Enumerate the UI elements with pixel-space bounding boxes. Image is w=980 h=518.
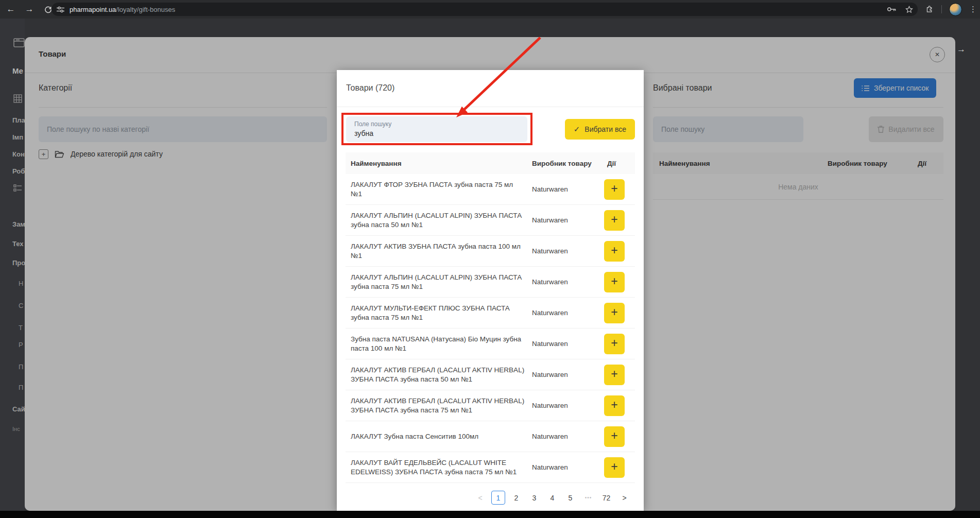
sidebar-item[interactable]: Тех [12,240,24,248]
browser-toolbar: ← → pharmapoint.ua/loyalty/gift-bonuses … [0,0,980,19]
col-maker: Виробник товару [532,160,604,167]
page-number[interactable]: 1 [491,491,505,505]
add-product-button[interactable]: + [604,241,625,262]
product-maker: Naturwaren [532,309,604,317]
add-product-button[interactable]: + [604,210,625,231]
sidebar-subitem[interactable]: П [19,363,23,371]
page-number[interactable]: 72 [599,491,613,505]
product-name: ЛАКАЛУТ АЛЬПИН (LACALUT ALPIN) ЗУБНА ПАС… [346,206,532,234]
page-bottom-strip [0,511,980,518]
sidebar-item[interactable]: Роб [12,167,25,175]
sidebar-item[interactable]: Сай [12,405,25,413]
product-name: ЛАКАЛУТ АКТИВ ЗУБНА ПАСТА зубна паста 10… [346,237,532,265]
product-name: ЛАКАЛУТ АЛЬПИН (LACALUT ALPIN) ЗУБНА ПАС… [346,268,532,296]
sidebar-subitem[interactable]: Н [19,280,23,287]
add-product-button[interactable]: + [604,334,625,354]
page-prev-icon[interactable]: < [473,491,487,505]
products-panel: Товари (720) Поле пошуку ✓ Вибрати все Н… [337,70,644,511]
product-name: Зубна паста NATUSANA (Натусана) Біо Муци… [346,330,532,358]
toolbar-separator [941,5,942,13]
sidebar-item[interactable]: Кон [12,150,25,158]
search-field-label: Поле пошуку [354,120,391,128]
product-name: ЛАКАЛУТ Зубна паста Сенситив 100мл [346,427,532,446]
sidebar-item[interactable]: Зам [12,220,25,228]
table-row: ЛАКАЛУТ АКТИВ ГЕРБАЛ (LACALUT AKTIV HERB… [346,390,635,421]
address-bar[interactable]: pharmapoint.ua/loyalty/gift-bonuses [51,3,918,16]
sidebar-item[interactable]: Інс [12,426,20,432]
sidebar-subitem[interactable]: Т [19,324,23,332]
table-row: ЛАКАЛУТ АКТИВ ГЕРБАЛ (LACALUT AKTIV HERB… [346,359,635,390]
product-name: ЛАКАЛУТ МУЛЬТИ-ЕФЕКТ ПЛЮС ЗУБНА ПАСТА зу… [346,299,532,327]
site-info-icon[interactable] [57,6,64,13]
product-name: ЛАКАЛУТ ФТОР ЗУБНА ПАСТА зубна паста 75 … [346,176,532,203]
add-product-button[interactable]: + [604,457,625,478]
add-product-button[interactable]: + [604,365,625,385]
select-all-button[interactable]: ✓ Вибрати все [565,119,635,140]
product-name: ЛАКАЛУТ АКТИВ ГЕРБАЛ (LACALUT AKTIV HERB… [346,361,532,389]
sidebar-subitem[interactable]: П [19,384,23,391]
product-maker: Naturwaren [532,402,604,409]
forward-icon[interactable]: → [22,2,37,17]
col-name: Найменування [346,160,532,167]
table-row: ЛАКАЛУТ АКТИВ ЗУБНА ПАСТА зубна паста 10… [346,236,635,267]
page-number[interactable]: 4 [545,491,559,505]
col-actions: Дії [604,160,635,167]
products-modal: Товари ✕ Категорії + Дерево категорій дл… [25,37,955,511]
back-icon[interactable]: ← [3,2,19,17]
admin-sidebar: Ме Пла Імп Кон Роб Зам Тех Про Н С Т Р П… [0,19,25,511]
page-number[interactable]: 5 [563,491,577,505]
sidebar-item[interactable]: Імп [12,133,23,141]
product-maker: Naturwaren [532,463,604,471]
window-icon [13,38,25,48]
check-icon: ✓ [574,125,580,134]
add-product-button[interactable]: + [604,272,625,292]
pagination: < 1 2 3 4 5 ••• 72 > [473,491,631,505]
product-maker: Naturwaren [532,433,604,440]
sidebar-item[interactable]: Про [12,259,25,267]
sidebar-item[interactable]: Пла [12,116,25,124]
product-maker: Naturwaren [532,216,604,224]
list-icon [13,184,22,192]
table-row: ЛАКАЛУТ Зубна паста Сенситив 100мл Natur… [346,421,635,452]
add-product-button[interactable]: + [604,395,625,416]
sidebar-collapse-icon[interactable]: → [957,44,966,55]
add-product-button[interactable]: + [604,179,625,200]
table-row: ЛАКАЛУТ АЛЬПИН (LACALUT ALPIN) ЗУБНА ПАС… [346,267,635,298]
products-panel-header: Товари (720) [337,70,644,107]
product-name: ЛАКАЛУТ АКТИВ ГЕРБАЛ (LACALUT AKTIV HERB… [346,392,532,420]
product-maker: Naturwaren [532,340,604,348]
table-row: ЛАКАЛУТ МУЛЬТИ-ЕФЕКТ ПЛЮС ЗУБНА ПАСТА зу… [346,298,635,329]
url-host: pharmapoint.ua [70,6,116,13]
url-path: /loyalty/gift-bonuses [116,6,175,13]
product-maker: Naturwaren [532,371,604,378]
table-row: Зубна паста NATUSANA (Натусана) Біо Муци… [346,329,635,359]
products-table: Найменування Виробник товару Дії ЛАКАЛУТ… [346,152,635,483]
add-product-button[interactable]: + [604,303,625,323]
table-row: ЛАКАЛУТ ФТОР ЗУБНА ПАСТА зубна паста 75 … [346,174,635,205]
table-row: ЛАКАЛУТ АЛЬПИН (LACALUT ALPIN) ЗУБНА ПАС… [346,205,635,236]
products-title: Товари (720) [346,83,394,93]
product-name: ЛАКАЛУТ ВАЙТ ЕДЕЛЬВЕЙС (LACALUT WHITE ED… [346,454,532,481]
profile-avatar[interactable] [949,3,962,16]
page-number[interactable]: 2 [509,491,523,505]
product-maker: Naturwaren [532,185,604,193]
page-ellipsis[interactable]: ••• [581,491,595,505]
bookmark-star-icon[interactable] [905,5,914,14]
table-row: ЛАКАЛУТ ВАЙТ ЕДЕЛЬВЕЙС (LACALUT WHITE ED… [346,452,635,483]
page-next-icon[interactable]: > [617,491,631,505]
product-maker: Naturwaren [532,247,604,255]
extensions-icon[interactable] [925,5,934,14]
page-number[interactable]: 3 [527,491,541,505]
grid-icon [13,94,22,103]
sidebar-subitem[interactable]: С [19,302,23,309]
add-product-button[interactable]: + [604,426,625,447]
product-maker: Naturwaren [532,278,604,286]
sidebar-item[interactable]: Ме [12,66,23,75]
products-search-field[interactable]: Поле пошуку [346,116,527,142]
products-table-header: Найменування Виробник товару Дії [346,152,635,174]
password-key-icon[interactable] [887,6,897,13]
sidebar-subitem[interactable]: Р [19,341,23,349]
chrome-menu-icon[interactable]: ⋮ [969,5,977,14]
select-all-label: Вибрати все [584,125,626,133]
products-search-input[interactable] [354,128,519,139]
